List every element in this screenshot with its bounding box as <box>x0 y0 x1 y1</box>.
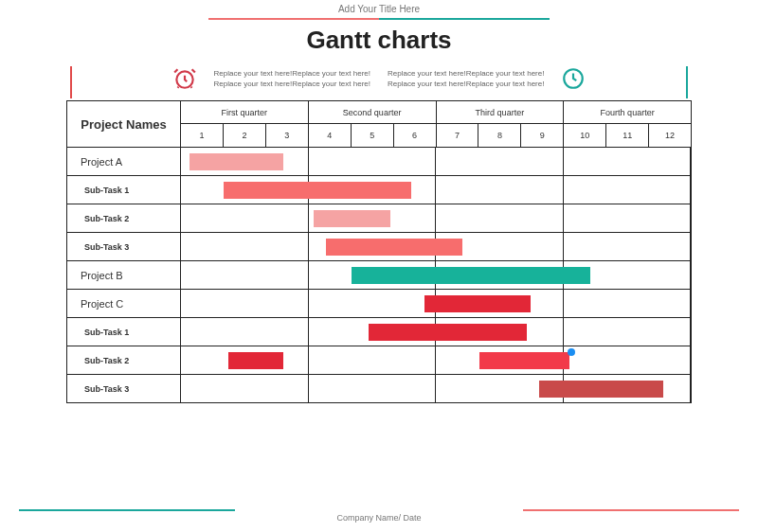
quarter-cell <box>309 148 437 175</box>
top-divider <box>208 18 550 20</box>
row-label: Project B <box>67 261 181 289</box>
row-cells <box>181 148 691 175</box>
gantt-bar <box>326 239 462 256</box>
gantt-bar <box>539 381 663 398</box>
month-label: 7 <box>437 124 479 147</box>
row-label: Sub-Task 3 <box>67 375 181 402</box>
quarter-cell <box>181 233 309 260</box>
gantt-bar <box>190 153 283 170</box>
table-row: Sub-Task 1 <box>67 175 691 204</box>
info-text-left-col: Replace your text here!Replace your text… <box>214 68 370 89</box>
gantt-table: Project Names First quarterSecond quarte… <box>66 100 692 403</box>
quarter-cell <box>309 375 437 402</box>
row-cells <box>181 375 691 402</box>
gantt-bar <box>369 324 527 341</box>
table-row: Project B <box>67 260 691 289</box>
row-label: Project A <box>67 148 181 175</box>
table-row: Sub-Task 1 <box>67 317 691 346</box>
month-label: 5 <box>352 124 394 147</box>
quarter-cell <box>564 204 692 232</box>
project-names-header: Project Names <box>67 101 181 147</box>
month-label: 9 <box>521 124 564 147</box>
month-label: 6 <box>394 124 437 147</box>
row-label: Sub-Task 1 <box>67 176 181 204</box>
month-label: 12 <box>649 124 691 147</box>
clock-icon <box>561 66 586 91</box>
row-label: Sub-Task 3 <box>67 233 181 260</box>
row-cells <box>181 346 691 374</box>
quarter-cell <box>181 261 309 289</box>
row-cells <box>181 318 691 346</box>
info-text-line: Replace your text here!Replace your text… <box>388 68 544 79</box>
quarter-cell <box>181 290 309 317</box>
row-label: Sub-Task 2 <box>67 204 181 232</box>
table-row: Sub-Task 3 <box>67 374 691 402</box>
quarter-cell <box>436 176 564 204</box>
info-text-line: Replace your text here!Replace your text… <box>214 79 370 89</box>
table-row: Project C <box>67 289 691 317</box>
row-label: Sub-Task 1 <box>67 318 181 346</box>
gantt-bar <box>479 352 569 369</box>
month-label: 8 <box>478 124 521 147</box>
quarter-cell <box>436 148 564 175</box>
month-label: 2 <box>224 124 266 147</box>
row-cells <box>181 261 691 289</box>
row-label: Sub-Task 2 <box>67 346 181 374</box>
gantt-bar <box>314 210 390 227</box>
quarter-cell <box>564 346 692 374</box>
quarter-label: Third quarter <box>437 101 565 123</box>
info-text-line: Replace your text here!Replace your text… <box>214 68 370 79</box>
quarter-label: First quarter <box>181 101 309 123</box>
quarter-cell <box>309 290 437 317</box>
info-row: Replace your text here!Replace your text… <box>76 66 682 91</box>
table-row: Sub-Task 2 <box>67 346 691 374</box>
month-label: 3 <box>266 124 309 147</box>
gantt-bar <box>224 182 411 199</box>
accent-bar-right <box>686 66 688 98</box>
month-label: 4 <box>309 124 352 147</box>
quarter-cell <box>564 176 692 204</box>
month-label: 10 <box>564 124 606 147</box>
alarm-clock-icon <box>172 66 197 91</box>
quarter-cell <box>181 318 309 346</box>
table-row: Project A <box>67 147 691 175</box>
marker-dot <box>568 348 575 356</box>
month-label: 1 <box>181 124 224 147</box>
bottom-divider <box>19 509 739 511</box>
gantt-bar <box>424 295 532 312</box>
quarter-cell <box>181 204 309 232</box>
footer-text: Company Name/ Date <box>0 513 758 523</box>
month-label: 11 <box>606 124 649 147</box>
quarter-label: Fourth quarter <box>564 101 691 123</box>
row-label: Project C <box>67 290 181 317</box>
quarter-cell <box>564 290 692 317</box>
info-text-right-col: Replace your text here!Replace your text… <box>388 68 544 89</box>
quarter-cell <box>436 204 564 232</box>
quarter-cell <box>564 318 692 346</box>
quarter-cell <box>564 233 692 260</box>
table-row: Sub-Task 2 <box>67 204 691 232</box>
header-row: Project Names First quarterSecond quarte… <box>67 101 691 147</box>
row-cells <box>181 204 691 232</box>
quarter-cell <box>309 346 437 374</box>
row-cells <box>181 290 691 317</box>
small-title: Add Your Title Here <box>0 4 758 14</box>
quarter-label: Second quarter <box>309 101 437 123</box>
accent-bar-left <box>70 66 72 98</box>
gantt-bar <box>228 352 284 369</box>
quarter-cell <box>564 148 692 175</box>
main-title: Gantt charts <box>0 26 758 55</box>
table-row: Sub-Task 3 <box>67 232 691 260</box>
row-cells <box>181 233 691 260</box>
quarter-cell <box>181 375 309 402</box>
info-text-line: Replace your text here!Replace your text… <box>388 79 544 89</box>
row-cells <box>181 176 691 204</box>
gantt-bar <box>352 267 590 284</box>
